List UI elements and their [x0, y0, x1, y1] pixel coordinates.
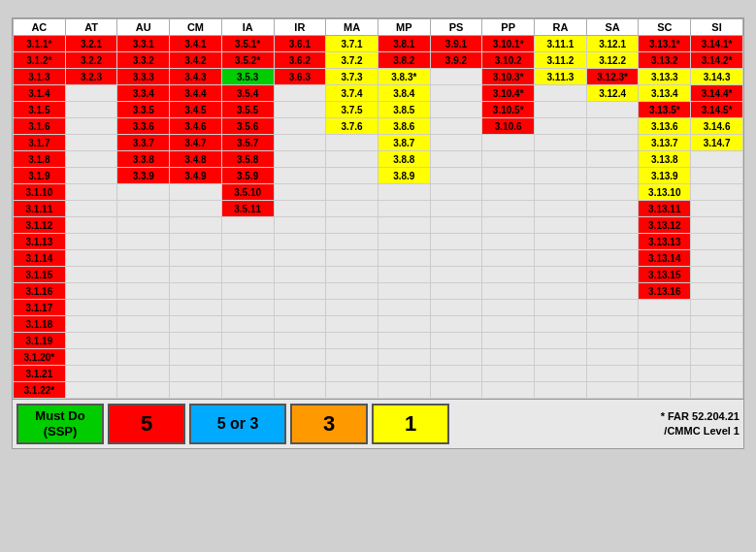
cell-19-5 [274, 349, 326, 366]
table-row: 3.1.18 [14, 316, 743, 333]
cell-18-13 [691, 333, 743, 349]
cell-5-9: 3.10.6 [482, 118, 535, 135]
cell-13-7 [378, 250, 430, 267]
cell-9-4: 3.5.10 [221, 184, 274, 201]
cell-3-8 [430, 85, 482, 102]
cell-8-5 [274, 168, 326, 184]
cell-1-9: 3.10.2 [482, 52, 535, 69]
cell-13-3 [170, 250, 222, 267]
cell-9-9 [482, 184, 535, 201]
cell-8-4: 3.5.9 [221, 168, 274, 184]
cell-2-7: 3.8.3* [378, 69, 430, 85]
cell-12-3 [170, 234, 222, 250]
cell-5-8 [430, 118, 482, 135]
cell-15-10 [535, 283, 587, 300]
legend-must-do: Must Do(SSP) [16, 404, 104, 444]
cell-16-6 [326, 300, 378, 316]
cell-4-12: 3.13.5* [639, 102, 691, 118]
cell-3-1 [65, 85, 117, 102]
cell-5-12: 3.13.6 [639, 118, 691, 135]
cell-10-11 [586, 201, 639, 217]
cell-17-1 [65, 316, 117, 333]
cell-19-9 [482, 349, 535, 366]
cell-2-12: 3.13.3 [639, 69, 691, 85]
cell-1-6: 3.7.2 [326, 52, 378, 69]
cell-7-8 [430, 151, 482, 168]
cell-15-9 [482, 283, 535, 300]
cell-3-5 [274, 85, 326, 102]
cell-10-7 [378, 201, 430, 217]
cell-15-5 [274, 283, 326, 300]
cell-0-12: 3.13.1* [639, 36, 691, 52]
cell-13-10 [535, 250, 587, 267]
cell-0-1: 3.2.1 [65, 36, 117, 52]
cell-16-3 [170, 300, 222, 316]
cell-18-11 [586, 333, 639, 349]
cell-14-11 [586, 267, 639, 283]
cell-6-0: 3.1.7 [14, 135, 66, 151]
table-row: 3.1.22* [14, 382, 743, 399]
cell-7-2: 3.3.8 [117, 151, 170, 168]
cell-17-7 [378, 316, 430, 333]
cell-7-1 [65, 151, 117, 168]
cell-11-9 [482, 217, 535, 234]
cell-4-2: 3.3.5 [117, 102, 170, 118]
cell-18-3 [170, 333, 222, 349]
table-row: 3.1.103.5.103.13.10 [14, 184, 743, 201]
cell-6-7: 3.8.7 [378, 135, 430, 151]
cell-4-5 [274, 102, 326, 118]
cell-21-11 [586, 382, 639, 399]
table-row: 3.1.123.13.12 [14, 217, 743, 234]
cell-1-7: 3.8.2 [378, 52, 430, 69]
cell-8-11 [586, 168, 639, 184]
cell-16-7 [378, 300, 430, 316]
cell-14-1 [65, 267, 117, 283]
cell-19-12 [639, 349, 691, 366]
cell-10-10 [535, 201, 587, 217]
cell-21-4 [221, 382, 274, 399]
cell-1-12: 3.13.2 [639, 52, 691, 69]
assessment-table: ACATAUCMIAIRMAMPPSPPRASASCSI 3.1.1*3.2.1… [13, 18, 743, 399]
cell-8-6 [326, 168, 378, 184]
cell-4-7: 3.8.5 [378, 102, 430, 118]
cell-4-8 [430, 102, 482, 118]
cell-11-12: 3.13.12 [639, 217, 691, 234]
cell-19-7 [378, 349, 430, 366]
cell-14-2 [117, 267, 170, 283]
cell-1-0: 3.1.2* [14, 52, 66, 69]
cell-12-1 [65, 234, 117, 250]
cell-1-13: 3.14.2* [691, 52, 743, 69]
col-header-au: AU [117, 19, 170, 36]
cell-11-7 [378, 217, 430, 234]
cell-9-7 [378, 184, 430, 201]
cell-20-5 [274, 366, 326, 382]
cell-21-6 [326, 382, 378, 399]
cell-7-0: 3.1.8 [14, 151, 66, 168]
cell-0-10: 3.11.1 [535, 36, 587, 52]
cell-6-5 [274, 135, 326, 151]
cell-11-5 [274, 217, 326, 234]
legend-5: 5 [108, 404, 185, 444]
cell-17-3 [170, 316, 222, 333]
cell-3-3: 3.4.4 [170, 85, 222, 102]
cell-3-2: 3.3.4 [117, 85, 170, 102]
cell-15-7 [378, 283, 430, 300]
cell-11-11 [586, 217, 639, 234]
cell-6-12: 3.13.7 [639, 135, 691, 151]
cell-13-0: 3.1.14 [14, 250, 66, 267]
cell-19-4 [221, 349, 274, 366]
cell-19-3 [170, 349, 222, 366]
cell-3-6: 3.7.4 [326, 85, 378, 102]
cell-20-13 [691, 366, 743, 382]
cell-18-2 [117, 333, 170, 349]
cell-13-11 [586, 250, 639, 267]
cell-6-8 [430, 135, 482, 151]
cell-6-3: 3.4.7 [170, 135, 222, 151]
cell-10-5 [274, 201, 326, 217]
cell-1-2: 3.3.2 [117, 52, 170, 69]
cell-13-8 [430, 250, 482, 267]
cell-7-10 [535, 151, 587, 168]
cell-14-12: 3.13.15 [639, 267, 691, 283]
cell-0-6: 3.7.1 [326, 36, 378, 52]
cell-1-8: 3.9.2 [430, 52, 482, 69]
